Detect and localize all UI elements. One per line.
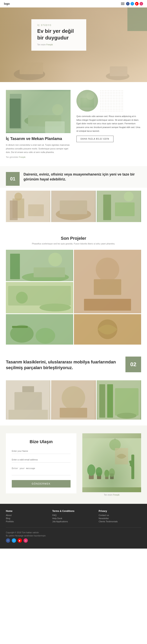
svg-rect-44 [22, 386, 34, 392]
twitter-icon[interactable]: t [131, 2, 134, 6]
svg-rect-27 [34, 268, 65, 277]
svg-rect-10 [80, 98, 94, 108]
svg-point-8 [52, 104, 63, 115]
contact-title: Bize Ulaşın [12, 439, 71, 444]
svg-rect-7 [28, 115, 61, 126]
contact-credit: Ten resim Freepik [82, 494, 141, 496]
contact-credit-link[interactable]: Freepik [113, 494, 119, 496]
svg-point-9 [76, 90, 98, 112]
svg-rect-51 [107, 384, 113, 418]
footer: Home About Blog Portfolio Terms & Condit… [0, 504, 147, 548]
footer-link-testimonials[interactable]: Clients Testimonials [99, 520, 141, 523]
svg-rect-5 [9, 98, 21, 128]
svg-rect-54 [82, 438, 141, 487]
svg-rect-50 [99, 384, 105, 418]
interior-section: İç Tasarım ve Mekan Planlama In dictum n… [0, 82, 147, 166]
contact-image-area: Ten resim Freepik [82, 433, 141, 496]
message-input[interactable] [12, 466, 71, 475]
svg-rect-18 [60, 200, 87, 214]
svg-point-22 [124, 192, 134, 202]
classics-grid [0, 380, 147, 426]
svg-rect-20 [103, 194, 111, 220]
svg-point-62 [109, 468, 115, 477]
footer-link-blog[interactable]: Blog [6, 517, 48, 520]
svg-point-53 [117, 413, 137, 418]
grid-image-3 [97, 191, 141, 222]
hero-accent [127, 8, 147, 31]
contact-form-area: Bize Ulaşın GÖNDERMEK [6, 433, 76, 494]
footer-instagram-icon[interactable]: ◎ [23, 538, 28, 543]
footer-col-2: Terms & Conditions FAQ Help Desk Job App… [52, 510, 95, 524]
project-image-1 [6, 250, 73, 281]
facebook-icon[interactable]: f [126, 2, 130, 6]
footer-link-helpdesk[interactable]: Help Desk [52, 517, 95, 520]
svg-point-11 [86, 92, 94, 100]
svg-point-15 [14, 192, 22, 200]
grid-image-1 [6, 191, 50, 222]
footer-col-2-title: Terms & Conditions [52, 510, 95, 512]
project-image-4 [6, 314, 73, 344]
footer-link-newsletter[interactable]: Newsletter [99, 517, 141, 520]
footer-facebook-icon[interactable]: f [6, 538, 10, 543]
hero-section: İÇ STÜDYO Ev bir yer değil bir duygudur … [0, 8, 147, 82]
svg-rect-39 [12, 326, 28, 328]
svg-point-66 [109, 439, 121, 450]
svg-rect-3 [110, 66, 127, 76]
svg-point-26 [48, 253, 62, 266]
hero-content-box: İÇ STÜDYO Ev bir yer değil bir duygudur … [31, 19, 86, 51]
svg-rect-48 [60, 408, 87, 418]
svg-rect-64 [129, 460, 134, 468]
svg-rect-45 [9, 410, 48, 420]
instagram-icon[interactable]: ◎ [140, 2, 143, 6]
footer-youtube-icon[interactable]: ▶ [18, 538, 22, 543]
svg-point-47 [62, 386, 85, 410]
footer-link-portfolio[interactable]: Portfolio [6, 520, 48, 523]
header: logo f t ▶ ◎ [0, 0, 147, 8]
logo: logo [4, 2, 10, 5]
dots-pattern [100, 90, 124, 112]
youtube-icon[interactable]: ▶ [135, 2, 139, 6]
classics-text: Tasarım klasiklerini, uluslararası mobil… [6, 356, 120, 372]
footer-col-1: Home About Blog Portfolio [6, 510, 48, 524]
interior-credit-link[interactable]: Freepik [19, 156, 25, 158]
footer-copyright: Copyright © 2018 Tüm hakları saklıdır [6, 532, 141, 534]
svg-rect-65 [130, 460, 134, 467]
svg-point-56 [87, 464, 95, 476]
name-input[interactable] [12, 448, 71, 454]
interior-title: İç Tasarım ve Mekan Planlama [6, 136, 71, 141]
interior-text: In dictum non consectetur a erat nam at.… [6, 143, 71, 154]
footer-link-jobs[interactable]: Job Applications [52, 520, 95, 523]
footer-link-contact[interactable]: Contact us [99, 514, 141, 516]
classic-image-3 [97, 380, 141, 420]
hero-credit-link[interactable]: Freepik [46, 44, 53, 46]
svg-rect-24 [10, 254, 20, 279]
header-right: f t ▶ ◎ [121, 2, 143, 6]
svg-point-29 [96, 258, 119, 281]
submit-button[interactable]: GÖNDERMEK [12, 480, 71, 488]
hamburger-menu[interactable] [121, 2, 125, 5]
svg-rect-63 [131, 455, 134, 479]
svg-rect-21 [115, 202, 135, 216]
project-image-5 [74, 314, 141, 344]
interior-right-top [76, 90, 141, 112]
svg-rect-57 [97, 472, 101, 479]
hero-subtitle: İÇ STÜDYO [37, 24, 80, 26]
contact-section: Bize Ulaşın GÖNDERMEK [0, 426, 147, 504]
footer-link-faq[interactable]: FAQ [52, 514, 95, 516]
footer-col-3: Privacy Contact us Newsletter Clients Te… [99, 510, 141, 524]
learn-more-button[interactable]: DAHA FAZLA BİLGİ EDİN [76, 136, 114, 142]
svg-rect-52 [115, 388, 138, 416]
hero-title: Ev bir yer değil bir duygudur [37, 28, 80, 41]
classics-title: Tasarım klasiklerini, uluslararası mobil… [6, 359, 120, 370]
email-input[interactable] [12, 457, 71, 462]
svg-point-58 [96, 467, 102, 476]
svg-point-34 [16, 292, 28, 304]
svg-point-60 [105, 470, 109, 477]
footer-col-1-title: Home [6, 510, 48, 512]
classics-number: 02 [126, 356, 141, 372]
footer-link-about[interactable]: About [6, 514, 48, 516]
footer-twitter-icon[interactable]: t [12, 538, 16, 543]
feature-01-section: 01 Daireniz, eviniz, ofisiniz veya muaye… [0, 166, 147, 188]
interior-credit: Ten görüntüler Freepik [6, 156, 71, 158]
footer-col-3-title: Privacy [99, 510, 141, 512]
